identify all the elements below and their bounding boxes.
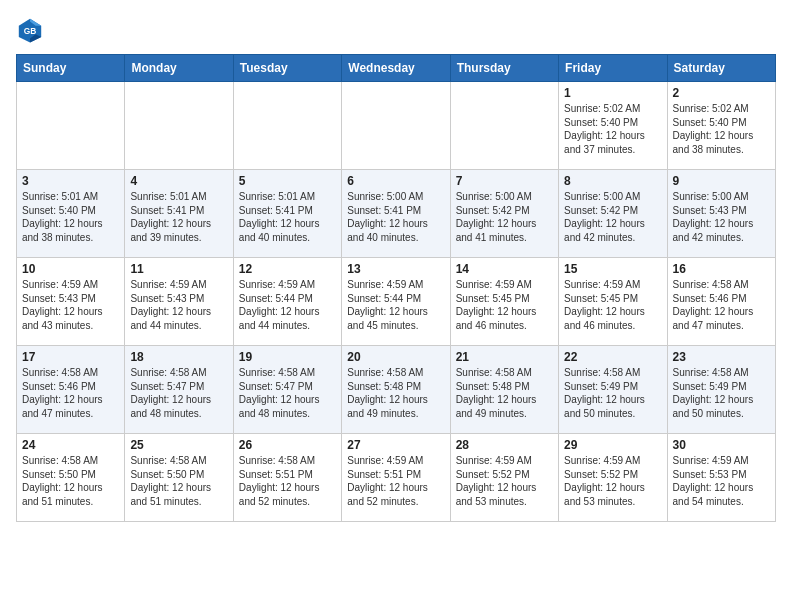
day-number: 12 bbox=[239, 262, 336, 276]
day-number: 11 bbox=[130, 262, 227, 276]
calendar-table: SundayMondayTuesdayWednesdayThursdayFrid… bbox=[16, 54, 776, 522]
calendar-header: SundayMondayTuesdayWednesdayThursdayFrid… bbox=[17, 55, 776, 82]
calendar-cell: 22Sunrise: 4:58 AM Sunset: 5:49 PM Dayli… bbox=[559, 346, 667, 434]
calendar-cell bbox=[450, 82, 558, 170]
day-info: Sunrise: 4:59 AM Sunset: 5:43 PM Dayligh… bbox=[130, 278, 227, 332]
weekday-header-sunday: Sunday bbox=[17, 55, 125, 82]
day-number: 22 bbox=[564, 350, 661, 364]
day-info: Sunrise: 5:00 AM Sunset: 5:42 PM Dayligh… bbox=[456, 190, 553, 244]
day-number: 3 bbox=[22, 174, 119, 188]
day-number: 1 bbox=[564, 86, 661, 100]
calendar-cell: 28Sunrise: 4:59 AM Sunset: 5:52 PM Dayli… bbox=[450, 434, 558, 522]
day-info: Sunrise: 5:01 AM Sunset: 5:41 PM Dayligh… bbox=[239, 190, 336, 244]
calendar-cell: 24Sunrise: 4:58 AM Sunset: 5:50 PM Dayli… bbox=[17, 434, 125, 522]
day-number: 13 bbox=[347, 262, 444, 276]
day-info: Sunrise: 4:58 AM Sunset: 5:49 PM Dayligh… bbox=[564, 366, 661, 420]
day-info: Sunrise: 5:01 AM Sunset: 5:40 PM Dayligh… bbox=[22, 190, 119, 244]
calendar-cell: 21Sunrise: 4:58 AM Sunset: 5:48 PM Dayli… bbox=[450, 346, 558, 434]
calendar-cell: 11Sunrise: 4:59 AM Sunset: 5:43 PM Dayli… bbox=[125, 258, 233, 346]
day-info: Sunrise: 5:00 AM Sunset: 5:41 PM Dayligh… bbox=[347, 190, 444, 244]
page-header: GB bbox=[16, 16, 776, 44]
day-info: Sunrise: 4:58 AM Sunset: 5:46 PM Dayligh… bbox=[673, 278, 770, 332]
calendar-cell: 8Sunrise: 5:00 AM Sunset: 5:42 PM Daylig… bbox=[559, 170, 667, 258]
day-info: Sunrise: 5:02 AM Sunset: 5:40 PM Dayligh… bbox=[564, 102, 661, 156]
day-number: 4 bbox=[130, 174, 227, 188]
weekday-header-saturday: Saturday bbox=[667, 55, 775, 82]
calendar-cell: 17Sunrise: 4:58 AM Sunset: 5:46 PM Dayli… bbox=[17, 346, 125, 434]
day-number: 27 bbox=[347, 438, 444, 452]
calendar-cell: 23Sunrise: 4:58 AM Sunset: 5:49 PM Dayli… bbox=[667, 346, 775, 434]
day-number: 17 bbox=[22, 350, 119, 364]
day-number: 14 bbox=[456, 262, 553, 276]
calendar-cell: 3Sunrise: 5:01 AM Sunset: 5:40 PM Daylig… bbox=[17, 170, 125, 258]
day-info: Sunrise: 4:58 AM Sunset: 5:51 PM Dayligh… bbox=[239, 454, 336, 508]
weekday-header-monday: Monday bbox=[125, 55, 233, 82]
day-number: 9 bbox=[673, 174, 770, 188]
day-info: Sunrise: 4:58 AM Sunset: 5:48 PM Dayligh… bbox=[456, 366, 553, 420]
day-info: Sunrise: 4:59 AM Sunset: 5:52 PM Dayligh… bbox=[456, 454, 553, 508]
calendar-cell: 18Sunrise: 4:58 AM Sunset: 5:47 PM Dayli… bbox=[125, 346, 233, 434]
day-info: Sunrise: 5:01 AM Sunset: 5:41 PM Dayligh… bbox=[130, 190, 227, 244]
logo-icon: GB bbox=[16, 16, 44, 44]
calendar-cell: 16Sunrise: 4:58 AM Sunset: 5:46 PM Dayli… bbox=[667, 258, 775, 346]
day-number: 16 bbox=[673, 262, 770, 276]
calendar-week-3: 10Sunrise: 4:59 AM Sunset: 5:43 PM Dayli… bbox=[17, 258, 776, 346]
calendar-cell bbox=[233, 82, 341, 170]
calendar-cell: 13Sunrise: 4:59 AM Sunset: 5:44 PM Dayli… bbox=[342, 258, 450, 346]
logo: GB bbox=[16, 16, 48, 44]
calendar-cell: 10Sunrise: 4:59 AM Sunset: 5:43 PM Dayli… bbox=[17, 258, 125, 346]
svg-text:GB: GB bbox=[24, 26, 37, 36]
calendar-cell: 6Sunrise: 5:00 AM Sunset: 5:41 PM Daylig… bbox=[342, 170, 450, 258]
calendar-cell: 4Sunrise: 5:01 AM Sunset: 5:41 PM Daylig… bbox=[125, 170, 233, 258]
day-info: Sunrise: 4:58 AM Sunset: 5:50 PM Dayligh… bbox=[130, 454, 227, 508]
day-number: 24 bbox=[22, 438, 119, 452]
day-info: Sunrise: 4:59 AM Sunset: 5:44 PM Dayligh… bbox=[347, 278, 444, 332]
day-number: 19 bbox=[239, 350, 336, 364]
calendar-cell: 25Sunrise: 4:58 AM Sunset: 5:50 PM Dayli… bbox=[125, 434, 233, 522]
day-number: 21 bbox=[456, 350, 553, 364]
day-info: Sunrise: 4:58 AM Sunset: 5:47 PM Dayligh… bbox=[130, 366, 227, 420]
calendar-cell: 1Sunrise: 5:02 AM Sunset: 5:40 PM Daylig… bbox=[559, 82, 667, 170]
day-number: 15 bbox=[564, 262, 661, 276]
day-number: 30 bbox=[673, 438, 770, 452]
weekday-header-thursday: Thursday bbox=[450, 55, 558, 82]
calendar-cell bbox=[17, 82, 125, 170]
day-info: Sunrise: 5:00 AM Sunset: 5:43 PM Dayligh… bbox=[673, 190, 770, 244]
day-number: 2 bbox=[673, 86, 770, 100]
calendar-cell bbox=[342, 82, 450, 170]
day-info: Sunrise: 5:00 AM Sunset: 5:42 PM Dayligh… bbox=[564, 190, 661, 244]
calendar-week-5: 24Sunrise: 4:58 AM Sunset: 5:50 PM Dayli… bbox=[17, 434, 776, 522]
calendar-cell: 27Sunrise: 4:59 AM Sunset: 5:51 PM Dayli… bbox=[342, 434, 450, 522]
day-info: Sunrise: 4:58 AM Sunset: 5:49 PM Dayligh… bbox=[673, 366, 770, 420]
calendar-cell: 5Sunrise: 5:01 AM Sunset: 5:41 PM Daylig… bbox=[233, 170, 341, 258]
day-info: Sunrise: 4:59 AM Sunset: 5:45 PM Dayligh… bbox=[564, 278, 661, 332]
day-number: 23 bbox=[673, 350, 770, 364]
day-number: 8 bbox=[564, 174, 661, 188]
calendar-cell: 9Sunrise: 5:00 AM Sunset: 5:43 PM Daylig… bbox=[667, 170, 775, 258]
calendar-cell: 30Sunrise: 4:59 AM Sunset: 5:53 PM Dayli… bbox=[667, 434, 775, 522]
calendar-cell: 15Sunrise: 4:59 AM Sunset: 5:45 PM Dayli… bbox=[559, 258, 667, 346]
calendar-week-1: 1Sunrise: 5:02 AM Sunset: 5:40 PM Daylig… bbox=[17, 82, 776, 170]
day-number: 29 bbox=[564, 438, 661, 452]
calendar-cell: 19Sunrise: 4:58 AM Sunset: 5:47 PM Dayli… bbox=[233, 346, 341, 434]
weekday-header-tuesday: Tuesday bbox=[233, 55, 341, 82]
day-info: Sunrise: 4:59 AM Sunset: 5:45 PM Dayligh… bbox=[456, 278, 553, 332]
weekday-header-friday: Friday bbox=[559, 55, 667, 82]
calendar-week-2: 3Sunrise: 5:01 AM Sunset: 5:40 PM Daylig… bbox=[17, 170, 776, 258]
day-number: 20 bbox=[347, 350, 444, 364]
calendar-cell: 29Sunrise: 4:59 AM Sunset: 5:52 PM Dayli… bbox=[559, 434, 667, 522]
weekday-header-wednesday: Wednesday bbox=[342, 55, 450, 82]
calendar-body: 1Sunrise: 5:02 AM Sunset: 5:40 PM Daylig… bbox=[17, 82, 776, 522]
day-info: Sunrise: 4:58 AM Sunset: 5:48 PM Dayligh… bbox=[347, 366, 444, 420]
calendar-cell: 2Sunrise: 5:02 AM Sunset: 5:40 PM Daylig… bbox=[667, 82, 775, 170]
day-info: Sunrise: 4:58 AM Sunset: 5:47 PM Dayligh… bbox=[239, 366, 336, 420]
day-number: 7 bbox=[456, 174, 553, 188]
day-info: Sunrise: 4:59 AM Sunset: 5:44 PM Dayligh… bbox=[239, 278, 336, 332]
calendar-cell: 26Sunrise: 4:58 AM Sunset: 5:51 PM Dayli… bbox=[233, 434, 341, 522]
day-number: 5 bbox=[239, 174, 336, 188]
calendar-cell: 14Sunrise: 4:59 AM Sunset: 5:45 PM Dayli… bbox=[450, 258, 558, 346]
day-number: 10 bbox=[22, 262, 119, 276]
day-number: 18 bbox=[130, 350, 227, 364]
day-number: 28 bbox=[456, 438, 553, 452]
calendar-cell bbox=[125, 82, 233, 170]
